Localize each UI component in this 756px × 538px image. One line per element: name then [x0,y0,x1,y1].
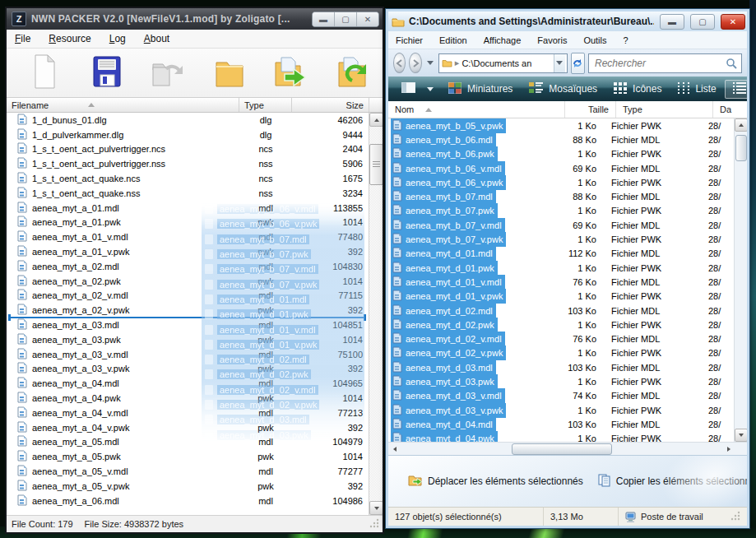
scroll-down-icon[interactable] [735,429,747,442]
table-row[interactable]: 1_d_pulverkammer.dlgdlg9444 [7,128,369,142]
table-row[interactable]: aenea_myt_a_03.pwkpwk1014 [7,332,369,347]
table-row[interactable]: aenea_myt_a_02_v.mdlmdl77115 [7,289,369,304]
menu-item-resource[interactable]: Resource [49,33,90,44]
search-box[interactable] [588,53,742,73]
scroll-left-icon[interactable] [389,443,400,454]
table-row[interactable]: aenea_myt_d_03_v.mdl74 KoFichier MDL28/ [388,389,735,403]
scroll-down-icon[interactable] [369,501,383,515]
close-button[interactable]: ✕ [721,14,745,30]
column-header-filename[interactable]: Filename [7,98,239,112]
maximize-button[interactable]: ▢ [690,14,715,30]
column-header-date[interactable]: Da [713,101,747,118]
views-dropdown-icon[interactable] [427,87,434,91]
task-copier-les-l-ments-s-lectionn-s[interactable]: Copier les éléments sélectionnés [598,474,747,489]
table-row[interactable]: aenea_myt_a_06.mdlmdl104986 [7,494,369,508]
menu-item-edition[interactable]: Edition [439,35,467,45]
table-row[interactable]: aenea_myt_d_02.pwk1 KoFichier PWK28/ [388,318,735,332]
minimize-button[interactable]: ▬ [313,12,334,26]
table-row[interactable]: 1_s_t_oent_act_quake.nssnss3234 [7,186,369,201]
table-row[interactable]: aenea_myt_a_04_v.mdlmdl77213 [7,406,369,420]
scroll-up-icon[interactable] [369,113,383,127]
table-row[interactable]: 1_s_t_oent_act_pulvertrigger.nssnss5906 [7,156,369,171]
table-row[interactable]: aenea_myt_b_07.pwk1 KoFichier PWK28/ [388,204,735,218]
explorer-title-bar[interactable]: C:\Documents and Settings\Administrateur… [388,12,747,31]
table-row[interactable]: aenea_myt_a_02.mdlmdl104830 [7,259,369,274]
close-button[interactable]: ✕ [356,12,378,26]
toolbar-button-folder-icon[interactable] [211,53,248,93]
address-bar[interactable]: ▸ C:\Documents an [438,53,568,73]
scroll-right-icon[interactable] [723,443,734,454]
view-button-ic-nes[interactable]: Icônes [605,80,670,99]
scrollbar-thumb[interactable] [369,144,383,185]
explorer-horizontal-scrollbar[interactable] [388,442,747,455]
table-row[interactable]: aenea_myt_d_02.mdl103 KoFichier MDL28/ [388,304,735,318]
table-row[interactable]: aenea_myt_a_04_v.pwkpwk392 [7,420,369,435]
history-dropdown-icon[interactable] [427,61,434,65]
address-dropdown-icon[interactable] [554,54,565,72]
table-row[interactable]: 1_d_bunus_01.dlgdlg46206 [7,113,369,128]
table-row[interactable]: aenea_myt_d_01.mdl112 KoFichier MDL28/ [388,247,735,261]
view-button-miniatures[interactable]: Miniatures [440,80,521,99]
scrollbar-thumb[interactable] [512,443,612,455]
search-input[interactable] [593,57,726,70]
table-row[interactable]: aenea_myt_a_01.mdlmdl113855 [7,201,369,216]
table-row[interactable]: aenea_myt_b_07_v.mdl69 KoFichier MDL28/ [388,218,735,232]
table-row[interactable]: aenea_myt_a_05.pwkpwk1014 [7,449,369,464]
task-d-placer-les-l-ments-s-lectionn-s[interactable]: Déplacer les éléments sélectionnés [408,474,583,489]
table-row[interactable]: aenea_myt_d_03_v.pwk1 KoFichier PWK28/ [388,403,735,417]
table-row[interactable]: aenea_myt_a_05.mdlmdl104979 [7,435,369,450]
column-header-type[interactable]: Type [239,98,292,112]
table-row[interactable]: aenea_myt_d_01_v.pwk1 KoFichier PWK28/ [388,290,735,304]
table-row[interactable]: aenea_myt_b_05_v.pwk1 KoFichier PWK28/ [388,118,735,132]
table-row[interactable]: aenea_myt_a_04.pwkpwk1014 [7,391,369,406]
table-row[interactable]: aenea_myt_d_03.pwk1 KoFichier PWK28/ [388,374,735,388]
table-row[interactable]: aenea_myt_d_02_v.mdl76 KoFichier MDL28/ [388,332,735,346]
refresh-icon[interactable] [571,53,585,74]
toolbar-button-export-files-icon[interactable] [273,53,309,93]
column-header-type[interactable]: Type [616,101,713,118]
menu-item-about[interactable]: About [144,33,169,44]
menu-item-file[interactable]: File [15,33,30,44]
table-row[interactable]: aenea_myt_a_03.mdlmdl104851 [7,318,369,332]
table-row[interactable]: aenea_myt_b_06_v.pwk1 KoFichier PWK28/ [388,175,735,189]
table-row[interactable]: aenea_myt_a_01_v.mdlmdl77480 [7,230,369,244]
table-row[interactable]: aenea_myt_a_03_v.mdlmdl75100 [7,347,369,362]
table-row[interactable]: aenea_myt_b_06_v.mdl69 KoFichier MDL28/ [388,161,735,175]
column-header-nom[interactable]: Nom [388,101,565,118]
toolbar-button-extract-files-icon[interactable] [335,53,371,93]
table-row[interactable]: aenea_myt_a_02_v.pwkpwk392 [7,303,369,318]
table-row[interactable]: aenea_myt_a_05_v.mdlmdl77277 [7,464,369,479]
view-button-mosa-ques[interactable]: Mosaïques [521,80,605,98]
column-header-size[interactable]: Size [292,98,369,112]
table-row[interactable]: 1_s_t_oent_act_pulvertrigger.ncsncs2404 [7,142,369,157]
menu-item-item[interactable]: ? [624,35,628,45]
menu-item-outils[interactable]: Outils [583,35,606,45]
table-row[interactable]: aenea_myt_d_01.pwk1 KoFichier PWK28/ [388,261,735,275]
menu-item-log[interactable]: Log [109,33,126,44]
menu-item-fichier[interactable]: Fichier [396,35,423,45]
view-button-liste[interactable]: Liste [670,80,724,99]
table-row[interactable]: aenea_myt_b_06.pwk1 KoFichier PWK28/ [388,147,735,161]
resize-grip-icon[interactable] [730,511,740,522]
table-row[interactable]: aenea_myt_a_01.pwkpwk1014 [7,216,369,230]
table-row[interactable]: aenea_myt_b_06.mdl88 KoFichier MDL28/ [388,132,735,146]
table-row[interactable]: aenea_myt_d_02_v.pwk1 KoFichier PWK28/ [388,346,735,360]
resize-grip-icon[interactable] [369,518,379,530]
back-icon[interactable] [393,53,406,73]
scroll-up-icon[interactable] [735,118,747,132]
table-row[interactable]: aenea_myt_d_04.mdl103 KoFichier MDL28/ [388,417,735,431]
explorer-vertical-scrollbar[interactable] [734,118,747,442]
packer-vertical-scrollbar[interactable] [369,113,383,515]
view-button-d-tails[interactable]: Détails [725,80,747,99]
table-row[interactable]: aenea_myt_a_02.pwkpwk1014 [7,274,369,289]
table-row[interactable]: aenea_myt_a_05_v.pwkpwk392 [7,479,369,494]
toolbar-button-new-file-icon[interactable] [26,53,63,93]
column-header-taille[interactable]: Taille [565,101,616,118]
packer-title-bar[interactable]: Z NWN PACKER V2.0 [NewFileV1.1.mod] by Z… [7,8,383,30]
maximize-button[interactable]: ▢ [334,12,356,26]
table-row[interactable]: aenea_myt_d_03.mdl103 KoFichier MDL28/ [388,360,735,374]
table-row[interactable]: aenea_myt_b_07_v.pwk1 KoFichier PWK28/ [388,232,735,246]
table-row[interactable]: aenea_myt_a_01_v.pwkpwk392 [7,244,369,259]
table-row[interactable]: 1_s_t_oent_act_quake.ncsncs1675 [7,171,369,186]
toolbar-button-open-folder-disabled-icon[interactable] [150,53,186,93]
